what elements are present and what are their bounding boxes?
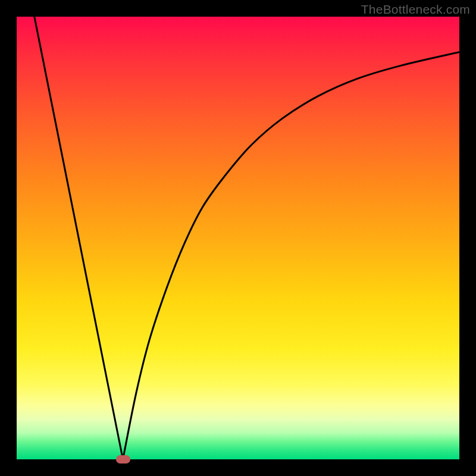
optimum-marker [116, 455, 130, 464]
watermark-text: TheBottleneck.com [361, 2, 470, 17]
plot-area [17, 17, 459, 459]
bottleneck-curve [17, 17, 459, 459]
chart-frame: TheBottleneck.com [0, 0, 476, 476]
curve-path [35, 17, 459, 459]
